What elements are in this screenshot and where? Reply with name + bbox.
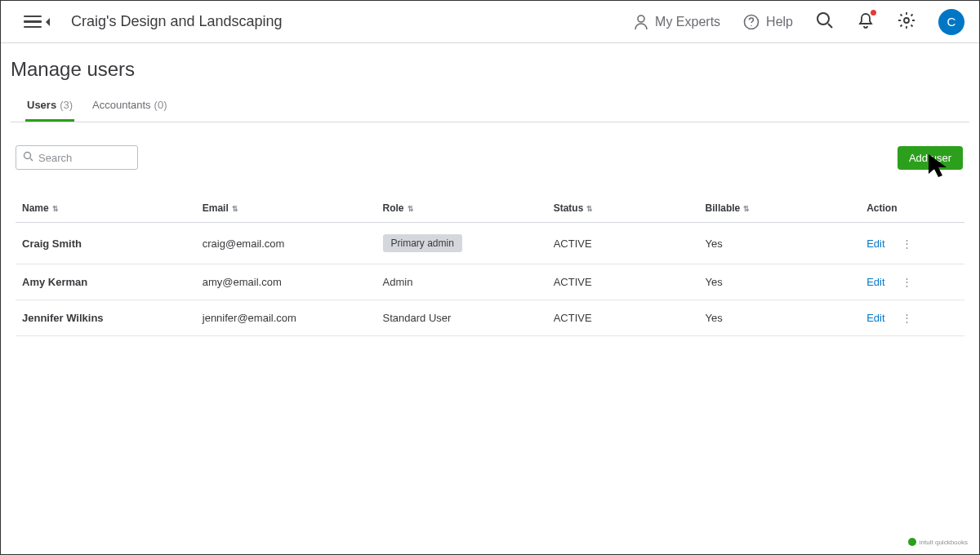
svg-point-3 (817, 13, 829, 24)
tab-label: Accountants (92, 99, 151, 111)
cell-role: Admin (376, 264, 547, 300)
svg-point-2 (751, 24, 751, 25)
cell-email: craig@email.com (196, 223, 376, 264)
tab-count: (0) (154, 99, 167, 111)
search-box[interactable] (16, 145, 138, 170)
brand-dot-icon (908, 538, 916, 546)
help-label: Help (766, 15, 793, 29)
cell-name: Amy Kerman (16, 264, 196, 300)
cell-status: ACTIVE (547, 300, 699, 336)
svg-point-6 (24, 153, 31, 159)
sort-icon: ⇅ (586, 205, 593, 213)
caret-left-icon (45, 17, 51, 27)
tab-count: (3) (60, 99, 73, 111)
toolbar: Add user (1, 122, 979, 170)
cell-name: Craig Smith (16, 223, 196, 264)
add-user-button[interactable]: Add user (898, 146, 963, 170)
hamburger-icon (24, 16, 42, 29)
svg-point-5 (904, 18, 909, 23)
cell-email: amy@email.com (196, 264, 376, 300)
cell-name: Jennifer Wilkins (16, 300, 196, 336)
col-role[interactable]: Role⇅ (376, 202, 547, 223)
col-name[interactable]: Name⇅ (16, 202, 196, 223)
page-title: Manage users (1, 43, 979, 81)
tab-label: Users (27, 99, 56, 111)
kebab-icon[interactable]: ⋮ (898, 312, 915, 324)
svg-line-7 (30, 158, 33, 161)
avatar-letter: C (947, 15, 956, 29)
kebab-icon[interactable]: ⋮ (898, 238, 915, 250)
cell-status: ACTIVE (547, 223, 699, 264)
cell-role: Standard User (376, 300, 547, 336)
cell-billable: Yes (699, 264, 861, 300)
cell-email: jennifer@email.com (196, 300, 376, 336)
table-row: Jennifer Wilkinsjennifer@email.comStanda… (16, 300, 964, 336)
col-action: Action (860, 202, 964, 223)
sort-icon: ⇅ (743, 205, 750, 213)
top-bar: Craig's Design and Landscaping My Expert… (1, 1, 979, 43)
notification-dot (871, 10, 876, 16)
menu-toggle[interactable] (24, 16, 51, 29)
cell-action: Edit⋮ (860, 264, 964, 300)
col-status[interactable]: Status⇅ (547, 202, 699, 223)
brand-text: intuit quickbooks (920, 539, 968, 546)
sort-icon: ⇅ (52, 205, 59, 213)
search-input[interactable] (38, 152, 131, 164)
search-button[interactable] (816, 11, 834, 33)
topbar-right: My Experts Help (634, 9, 964, 35)
users-table: Name⇅ Email⇅ Role⇅ Status⇅ Billable⇅ Act… (16, 202, 964, 336)
help-link[interactable]: Help (743, 14, 793, 30)
col-billable[interactable]: Billable⇅ (699, 202, 861, 223)
svg-line-4 (828, 24, 832, 28)
sort-icon: ⇅ (408, 205, 414, 213)
person-icon (634, 14, 648, 30)
sort-icon: ⇅ (232, 205, 238, 213)
my-experts-link[interactable]: My Experts (634, 14, 720, 30)
settings-button[interactable] (898, 11, 915, 33)
company-name: Craig's Design and Landscaping (71, 13, 283, 30)
users-table-wrap: Name⇅ Email⇅ Role⇅ Status⇅ Billable⇅ Act… (1, 170, 979, 336)
cell-billable: Yes (699, 223, 861, 264)
edit-link[interactable]: Edit (866, 276, 884, 288)
tabs: Users (3) Accountants (0) (11, 81, 969, 122)
svg-point-0 (638, 16, 644, 22)
avatar[interactable]: C (938, 9, 964, 35)
table-row: Craig Smithcraig@email.comPrimary adminA… (16, 223, 964, 264)
col-email[interactable]: Email⇅ (196, 202, 376, 223)
role-pill: Primary admin (383, 234, 462, 252)
brand-mark: intuit quickbooks (908, 538, 968, 546)
cell-action: Edit⋮ (860, 300, 964, 336)
cell-billable: Yes (699, 300, 861, 336)
kebab-icon[interactable]: ⋮ (898, 276, 915, 288)
help-icon (743, 14, 760, 30)
cell-status: ACTIVE (547, 264, 699, 300)
edit-link[interactable]: Edit (866, 238, 884, 250)
my-experts-label: My Experts (655, 15, 720, 29)
cell-role: Primary admin (376, 223, 547, 264)
table-row: Amy Kermanamy@email.comAdminACTIVEYesEdi… (16, 264, 964, 300)
edit-link[interactable]: Edit (866, 312, 884, 324)
cell-action: Edit⋮ (860, 223, 964, 264)
notifications-button[interactable] (857, 11, 875, 33)
search-icon (23, 150, 33, 165)
tab-accountants[interactable]: Accountants (0) (91, 99, 168, 122)
tab-users[interactable]: Users (3) (25, 99, 74, 122)
